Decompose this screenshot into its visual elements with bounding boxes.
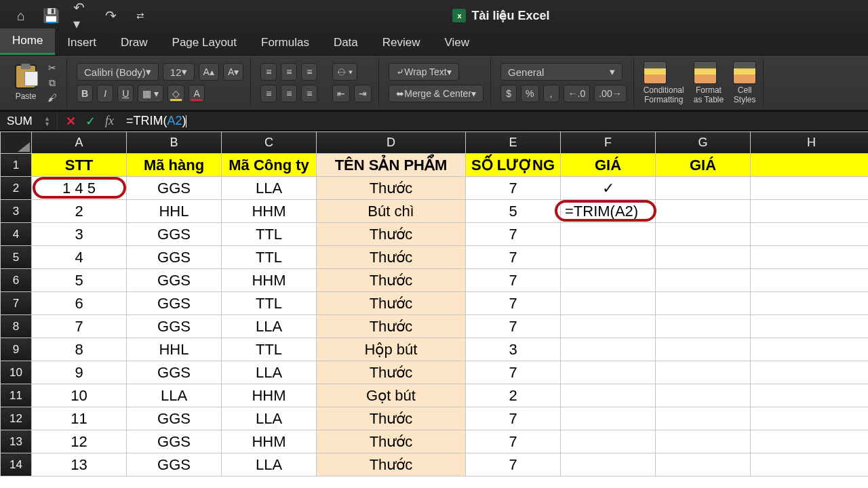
- cell[interactable]: [561, 407, 656, 430]
- cell[interactable]: [561, 269, 656, 292]
- cell[interactable]: 13: [32, 453, 127, 476]
- cell[interactable]: ✓: [561, 177, 656, 200]
- increase-font-icon[interactable]: A▴: [199, 63, 219, 81]
- cell[interactable]: Mã Công ty: [222, 154, 317, 177]
- cell[interactable]: GGS: [127, 453, 222, 476]
- cell[interactable]: 7: [466, 453, 561, 476]
- cell[interactable]: HHM: [222, 384, 317, 407]
- merge-center-button[interactable]: ⬌ Merge & Center ▾: [389, 85, 484, 102]
- col-header-F[interactable]: F: [561, 132, 656, 154]
- cell[interactable]: Thước: [317, 453, 466, 476]
- cell[interactable]: LLA: [222, 453, 317, 476]
- tab-page-layout[interactable]: Page Layout: [160, 30, 249, 55]
- cell[interactable]: Thước: [317, 177, 466, 200]
- paste-icon[interactable]: [15, 64, 37, 89]
- row-header[interactable]: 6: [1, 269, 32, 292]
- cell[interactable]: [561, 315, 656, 338]
- cell[interactable]: Thước: [317, 223, 466, 246]
- cell[interactable]: [656, 315, 751, 338]
- cell[interactable]: [656, 453, 751, 476]
- cell[interactable]: 9: [32, 361, 127, 384]
- row-header[interactable]: 7: [1, 292, 32, 315]
- cell[interactable]: [751, 177, 869, 200]
- cell[interactable]: [656, 269, 751, 292]
- cell[interactable]: 3: [466, 338, 561, 361]
- home-icon[interactable]: ⌂: [14, 8, 28, 23]
- col-header-A[interactable]: A: [32, 132, 127, 154]
- confirm-formula-icon[interactable]: ✓: [85, 114, 96, 129]
- cell[interactable]: LLA: [222, 177, 317, 200]
- cell[interactable]: 7: [32, 315, 127, 338]
- undo-icon[interactable]: ↶ ▾: [73, 8, 88, 23]
- cell[interactable]: TTL: [222, 292, 317, 315]
- cell-styles-icon[interactable]: [733, 61, 756, 84]
- orientation-icon[interactable]: ⦵ ▾: [332, 63, 357, 81]
- name-box-stepper[interactable]: ▲▼: [44, 116, 50, 127]
- cell[interactable]: 5: [32, 269, 127, 292]
- cell[interactable]: TTL: [222, 246, 317, 269]
- align-bottom-icon[interactable]: ≡: [301, 63, 317, 81]
- cell[interactable]: 7: [466, 430, 561, 453]
- fx-icon[interactable]: fx: [105, 114, 114, 128]
- cell[interactable]: =TRIM(A2): [561, 200, 656, 223]
- cell[interactable]: Thước: [317, 246, 466, 269]
- format-painter-icon[interactable]: 🖌: [45, 92, 60, 104]
- row-header[interactable]: 14: [1, 453, 32, 476]
- cell[interactable]: [751, 361, 869, 384]
- align-left-icon[interactable]: ≡: [260, 85, 277, 102]
- cell[interactable]: 7: [466, 177, 561, 200]
- cell[interactable]: 7: [466, 223, 561, 246]
- cell[interactable]: Thước: [317, 269, 466, 292]
- cell[interactable]: 7: [466, 361, 561, 384]
- cell[interactable]: 4: [32, 246, 127, 269]
- cell[interactable]: 7: [466, 407, 561, 430]
- cell[interactable]: GGS: [127, 177, 222, 200]
- underline-button[interactable]: U: [117, 85, 134, 102]
- format-as-table-icon[interactable]: [694, 61, 717, 84]
- cell[interactable]: [561, 384, 656, 407]
- cell[interactable]: [561, 361, 656, 384]
- col-header-B[interactable]: B: [127, 132, 222, 154]
- cell[interactable]: [751, 292, 869, 315]
- redo-icon[interactable]: ↷: [103, 8, 118, 23]
- increase-indent-icon[interactable]: ⇥: [354, 85, 372, 102]
- cell[interactable]: [561, 338, 656, 361]
- cell[interactable]: TÊN SẢN PHẨM: [317, 154, 466, 177]
- tab-insert[interactable]: Insert: [55, 30, 108, 55]
- cell[interactable]: [561, 292, 656, 315]
- cell[interactable]: GIÁ: [561, 154, 656, 177]
- bold-button[interactable]: B: [77, 85, 93, 102]
- row-header[interactable]: 10: [1, 361, 32, 384]
- cell[interactable]: GGS: [127, 315, 222, 338]
- decrease-decimal-icon[interactable]: .00→: [594, 85, 626, 102]
- cell[interactable]: [656, 407, 751, 430]
- cell[interactable]: 11: [32, 407, 127, 430]
- cell[interactable]: HHM: [222, 200, 317, 223]
- cell[interactable]: 2: [32, 200, 127, 223]
- cell[interactable]: GGS: [127, 292, 222, 315]
- tab-formulas[interactable]: Formulas: [249, 30, 321, 55]
- col-header-H[interactable]: H: [751, 132, 869, 154]
- cell[interactable]: [656, 384, 751, 407]
- cell[interactable]: HHM: [222, 430, 317, 453]
- cell[interactable]: [656, 430, 751, 453]
- cell[interactable]: Thước: [317, 292, 466, 315]
- row-header[interactable]: 1: [1, 154, 32, 177]
- cell[interactable]: [751, 453, 869, 476]
- cell[interactable]: LLA: [222, 407, 317, 430]
- cell[interactable]: [751, 407, 869, 430]
- cut-icon[interactable]: ✂: [45, 62, 60, 74]
- cell[interactable]: STT: [32, 154, 127, 177]
- col-header-D[interactable]: D: [317, 132, 466, 154]
- row-header[interactable]: 4: [1, 223, 32, 246]
- cell[interactable]: [751, 430, 869, 453]
- align-right-icon[interactable]: ≡: [301, 85, 317, 102]
- cell[interactable]: HHL: [127, 338, 222, 361]
- row-header[interactable]: 9: [1, 338, 32, 361]
- percent-icon[interactable]: %: [521, 85, 538, 102]
- cell[interactable]: GGS: [127, 430, 222, 453]
- cell[interactable]: [656, 338, 751, 361]
- cell[interactable]: [561, 453, 656, 476]
- cell[interactable]: Bút chì: [317, 200, 466, 223]
- tab-home[interactable]: Home: [0, 28, 55, 55]
